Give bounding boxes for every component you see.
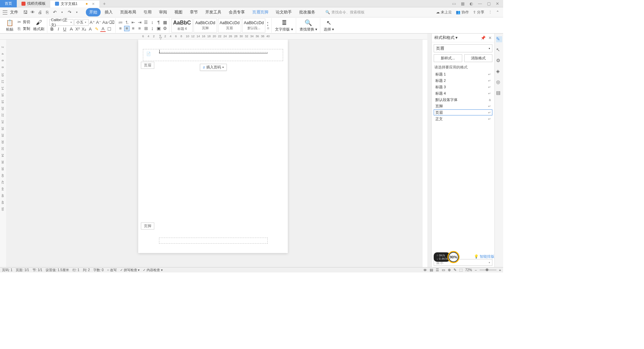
style-item-footer[interactable]: 页脚↵	[434, 103, 492, 109]
tab-view[interactable]: 视图	[171, 8, 186, 16]
font-color-icon[interactable]: A	[100, 27, 106, 32]
copy-button[interactable]: ⎘复制	[16, 26, 31, 32]
text-layout-button[interactable]: ≣ 文字排版 ▾	[274, 18, 294, 33]
tab-paper-helper[interactable]: 论文助手	[272, 8, 295, 16]
sb-content-check[interactable]: ✓ 内容检查 ▾	[143, 268, 163, 272]
decrease-font-icon[interactable]: A⁻	[96, 20, 101, 25]
file-menu[interactable]: 文件	[10, 9, 18, 15]
print-preview-icon[interactable]: 👁	[30, 9, 36, 15]
fit-width-icon[interactable]: ⬚	[459, 268, 463, 272]
tab-doc[interactable]: 文字文稿1 ✕	[50, 0, 99, 7]
sort-icon[interactable]: ☰	[143, 20, 149, 25]
clear-format-icon[interactable]: ⌫	[109, 20, 114, 25]
view-web-icon[interactable]: ⊕	[448, 268, 451, 272]
font-size-select[interactable]: 小五▾	[74, 19, 89, 26]
zoom-slider[interactable]	[480, 269, 496, 270]
read-tool-icon[interactable]: ▤	[496, 90, 502, 96]
cloud-status[interactable]: ☁未上云	[436, 10, 452, 15]
decrease-indent-icon[interactable]: ⇤	[130, 20, 136, 25]
new-tab-button[interactable]: +	[99, 1, 109, 6]
export-icon[interactable]: ⎘	[44, 9, 50, 15]
align-justify-icon[interactable]: ≡	[137, 26, 142, 31]
style-heading4[interactable]: AaBbC标题 4	[171, 18, 193, 33]
sb-line[interactable]: 行: 1	[72, 268, 79, 272]
close-panel-icon[interactable]: ✕	[488, 36, 492, 40]
zoom-out-icon[interactable]: −	[475, 268, 477, 272]
smart-layout-link[interactable]: 💡智能排版	[474, 254, 494, 259]
tab-page-layout[interactable]: 页面布局	[117, 8, 140, 16]
tab-home[interactable]: 首页	[0, 0, 17, 7]
style-scroll-up-icon[interactable]: ▴	[267, 21, 269, 24]
view-outline-icon[interactable]: ☰	[436, 268, 439, 272]
char-border-icon[interactable]: ☐	[107, 27, 112, 32]
cut-button[interactable]: ✂剪切	[16, 19, 31, 25]
pin-icon[interactable]: 📌	[481, 36, 486, 40]
collab-button[interactable]: 👥协作	[456, 10, 469, 15]
grid-icon[interactable]: ▦	[460, 1, 465, 6]
insert-page-number-button[interactable]: # 插入页码 ▾	[200, 64, 227, 71]
share-button[interactable]: ⇪分享	[473, 10, 484, 15]
align-left-icon[interactable]: ≡	[118, 26, 123, 31]
eye-icon[interactable]: 👁	[423, 268, 427, 272]
sb-page[interactable]: 页面: 1/1	[16, 268, 29, 272]
theme-icon[interactable]: ◐	[469, 1, 474, 6]
style-footer[interactable]: AaBbCcDd页脚	[194, 18, 217, 33]
new-style-button[interactable]: 新样式...	[434, 54, 462, 62]
undo-icon[interactable]: ↶	[52, 9, 58, 15]
command-search[interactable]: 🔍 查找命令、搜索模板	[325, 10, 365, 15]
hamburger-icon[interactable]	[3, 10, 7, 14]
footer-zone[interactable]	[159, 238, 268, 244]
save-icon[interactable]: 🖫	[22, 9, 28, 15]
cursor-tool-icon[interactable]: ↖	[496, 47, 502, 53]
collapse-ribbon-icon[interactable]: ⌃	[496, 10, 499, 14]
close-window-button[interactable]: ✕	[495, 1, 500, 6]
close-tab-icon[interactable]: ✕	[92, 2, 95, 6]
redo-icon[interactable]: ↷	[66, 9, 72, 15]
first-line-marker-icon[interactable]: ▿	[159, 34, 161, 37]
document-canvas[interactable]: 📄 页眉 # 插入页码 ▾ 页脚	[6, 40, 423, 267]
style-scroll-down-icon[interactable]: ▾	[267, 24, 269, 27]
bold-icon[interactable]: B	[49, 27, 55, 32]
tab-dev-tools[interactable]: 开发工具	[202, 8, 225, 16]
zoom-in-icon[interactable]: +	[499, 268, 501, 272]
maximize-button[interactable]: ▢	[486, 1, 491, 6]
settings-tool-icon[interactable]: ⚙	[496, 58, 502, 64]
style-item-default-font[interactable]: 默认段落字体a	[434, 97, 492, 103]
tab-member[interactable]: 会员专享	[225, 8, 248, 16]
minimize-button[interactable]: —	[478, 1, 482, 6]
underline-icon[interactable]: U	[62, 27, 67, 32]
clear-format-button[interactable]: 清除格式	[464, 54, 493, 62]
strikethrough-icon[interactable]: A̶	[68, 27, 74, 32]
sb-revise-toggle[interactable]: ○ 改写	[107, 268, 117, 272]
select-button[interactable]: ↖ 选择 ▾	[322, 18, 335, 33]
sb-position[interactable]: 设置值: 1.5厘米	[46, 268, 69, 272]
highlight-tool-icon[interactable]: ✎	[453, 268, 457, 272]
tab-start[interactable]: 开始	[86, 8, 101, 16]
more-icon[interactable]: ⋮	[488, 10, 492, 14]
header-zone[interactable]	[143, 49, 283, 61]
distribute-icon[interactable]: ⊞	[143, 26, 149, 31]
tab-review[interactable]: 审阅	[156, 8, 170, 16]
sb-page-number[interactable]: 页码: 1	[2, 268, 12, 272]
view-page-icon[interactable]: ▤	[430, 268, 433, 272]
tab-references[interactable]: 引用	[140, 8, 155, 16]
current-style-select[interactable]: 页眉 ▾	[434, 44, 492, 52]
style-item-heading4[interactable]: 标题 4↵	[434, 90, 492, 96]
paste-button[interactable]: 📋 粘贴	[5, 18, 15, 33]
tab-template[interactable]: 找稻壳模板	[17, 0, 50, 7]
tab-header-footer[interactable]: 页眉页脚	[249, 8, 272, 16]
line-spacing-icon[interactable]: ↕	[150, 20, 155, 25]
font-name-select[interactable]: Calibri (正文)▾	[49, 19, 73, 26]
tab-insert[interactable]: 插入	[101, 8, 116, 16]
change-case-icon[interactable]: Aa	[102, 20, 108, 25]
style-header[interactable]: AaBbCcDd页眉	[218, 18, 241, 33]
style-default[interactable]: AaBbCcDd默认段...	[242, 18, 265, 33]
font-effects-icon[interactable]: A	[88, 27, 93, 32]
pencil-tool-icon[interactable]: ✎	[496, 36, 502, 42]
redo-dropdown-icon[interactable]: ▾	[74, 9, 80, 15]
para-settings-icon[interactable]: ⚙	[162, 26, 168, 31]
highlight-icon[interactable]: ✎	[94, 27, 99, 32]
style-item-heading3[interactable]: 标题 3↵	[434, 84, 492, 90]
style-item-heading1[interactable]: 标题 1↵	[434, 71, 492, 77]
borders-icon[interactable]: ▦	[162, 20, 168, 25]
